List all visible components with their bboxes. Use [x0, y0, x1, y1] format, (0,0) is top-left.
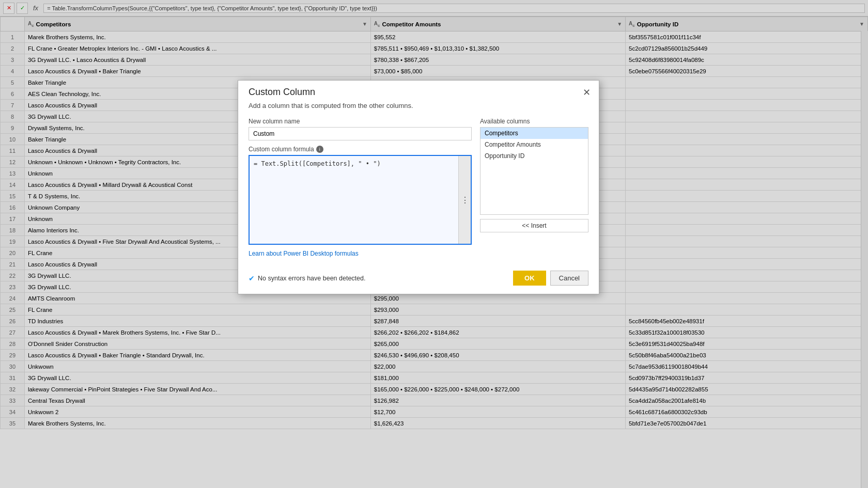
- new-col-name-label: New column name: [249, 118, 472, 125]
- footer-buttons: OK Cancel: [513, 271, 588, 286]
- formula-expand-btn[interactable]: ⋮: [458, 156, 471, 244]
- modal-titlebar: Custom Column ✕: [238, 81, 599, 102]
- modal-close-btn[interactable]: ✕: [583, 88, 591, 97]
- learn-link[interactable]: Learn about Power BI Desktop formulas: [249, 250, 472, 257]
- modal-body: Add a column that is computed from the o…: [238, 102, 599, 265]
- syntax-status: ✔ No syntax errors have been detected.: [249, 274, 365, 282]
- info-icon[interactable]: i: [316, 146, 323, 153]
- available-col-item-competitors[interactable]: Competitors: [481, 128, 588, 139]
- modal-left: New column name Custom column formula i …: [249, 118, 472, 257]
- available-cols-list: Competitors Competitor Amounts Opportuni…: [480, 127, 588, 215]
- available-cols-label: Available columns: [480, 118, 588, 125]
- modal-title: Custom Column: [249, 87, 315, 98]
- modal-right: Available columns Competitors Competitor…: [480, 118, 588, 257]
- available-col-item-oppid[interactable]: Opportunity ID: [481, 150, 588, 162]
- formula-area-wrapper: = Text.Split([Competitors], " • ") ⋮: [249, 155, 472, 245]
- custom-column-modal: Custom Column ✕ Add a column that is com…: [238, 80, 599, 294]
- formula-section-label: Custom column formula i: [249, 146, 472, 153]
- syntax-status-text: No syntax errors have been detected.: [258, 275, 365, 282]
- insert-btn[interactable]: << Insert: [480, 219, 588, 232]
- modal-subtitle: Add a column that is computed from the o…: [249, 102, 588, 109]
- modal-layout: New column name Custom column formula i …: [249, 118, 588, 257]
- formula-textarea[interactable]: = Text.Split([Competitors], " • "): [250, 156, 458, 244]
- syntax-check-icon: ✔: [249, 274, 255, 282]
- modal-footer: ✔ No syntax errors have been detected. O…: [238, 265, 599, 294]
- modal-overlay: Custom Column ✕ Add a column that is com…: [0, 0, 868, 488]
- new-col-name-input[interactable]: [249, 127, 472, 140]
- available-col-item-amounts[interactable]: Competitor Amounts: [481, 139, 588, 150]
- formula-label-text: Custom column formula: [249, 146, 314, 153]
- cancel-button[interactable]: Cancel: [550, 271, 588, 286]
- ok-button[interactable]: OK: [513, 271, 546, 286]
